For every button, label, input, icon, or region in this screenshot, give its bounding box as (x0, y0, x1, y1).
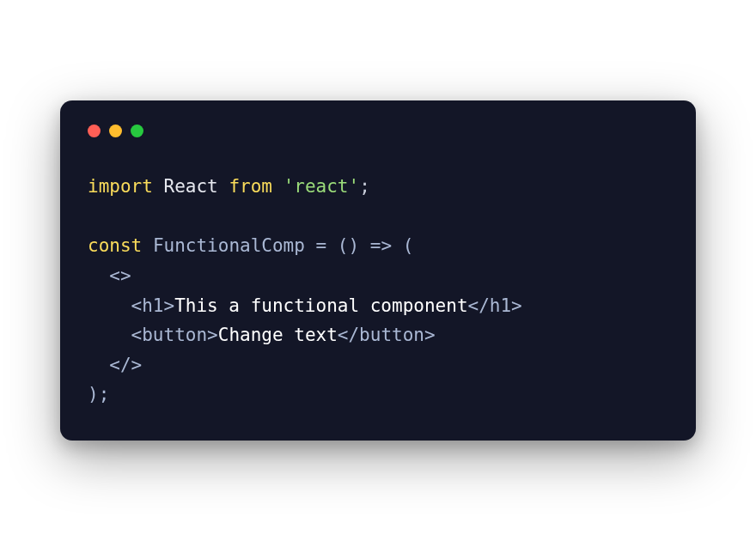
fragment-close: </> (109, 355, 142, 375)
button-close-tag: </button> (338, 325, 436, 345)
parens: () (338, 235, 359, 256)
arrow: => (370, 235, 392, 256)
keyword-const: const (88, 235, 142, 256)
h1-open-tag: <h1> (131, 295, 175, 316)
close-paren: ); (88, 384, 109, 404)
button-text: Change text (218, 325, 338, 345)
identifier-react: React (164, 176, 218, 197)
code-window: import React from 'react'; const Functio… (60, 100, 696, 441)
close-icon[interactable] (88, 125, 101, 137)
h1-close-tag: </h1> (468, 295, 522, 316)
open-paren: ( (403, 235, 414, 256)
string-literal: 'react' (284, 176, 360, 197)
keyword-from: from (229, 176, 272, 197)
keyword-import: import (88, 176, 153, 197)
fragment-open: <> (109, 265, 131, 286)
window-titlebar (88, 125, 668, 137)
minimize-icon[interactable] (109, 125, 122, 137)
maximize-icon[interactable] (131, 125, 143, 137)
h1-text: This a functional component (174, 295, 467, 316)
semicolon: ; (359, 176, 370, 197)
button-open-tag: <button> (131, 325, 218, 345)
function-name: FunctionalComp (153, 235, 305, 256)
equals: = (316, 235, 327, 256)
code-block: import React from 'react'; const Functio… (88, 172, 668, 410)
